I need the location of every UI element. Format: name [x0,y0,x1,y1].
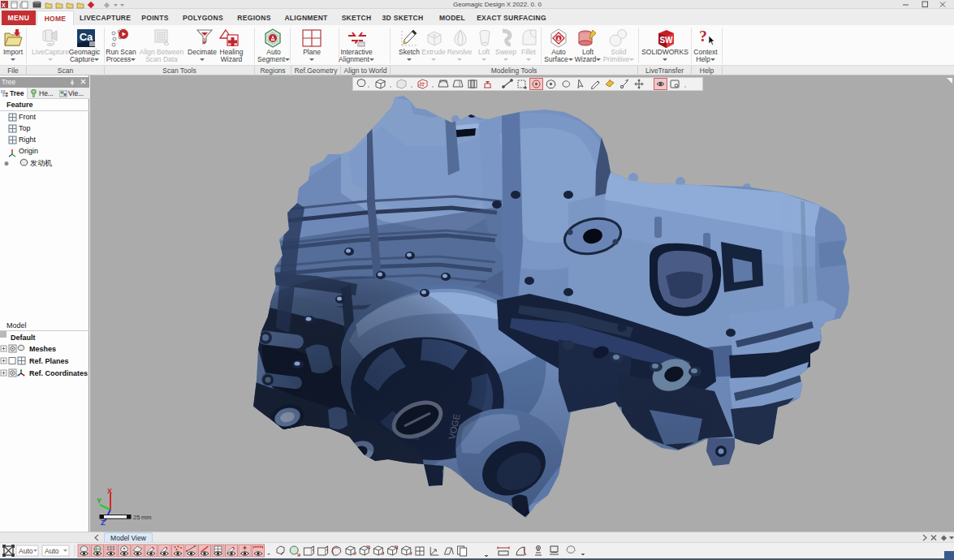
svg-text:Z: Z [101,519,106,526]
svg-text:SW: SW [659,36,673,45]
svg-text:Y: Y [97,497,101,505]
svg-text:mm: mm [141,514,152,521]
svg-text:Auto: Auto [45,547,59,555]
svg-text:Ca: Ca [80,31,93,43]
svg-text:X: X [2,2,6,8]
svg-text:?: ? [699,28,707,45]
svg-text:Auto: Auto [19,547,33,555]
svg-text:25: 25 [133,514,140,521]
svg-text:X: X [107,487,112,495]
